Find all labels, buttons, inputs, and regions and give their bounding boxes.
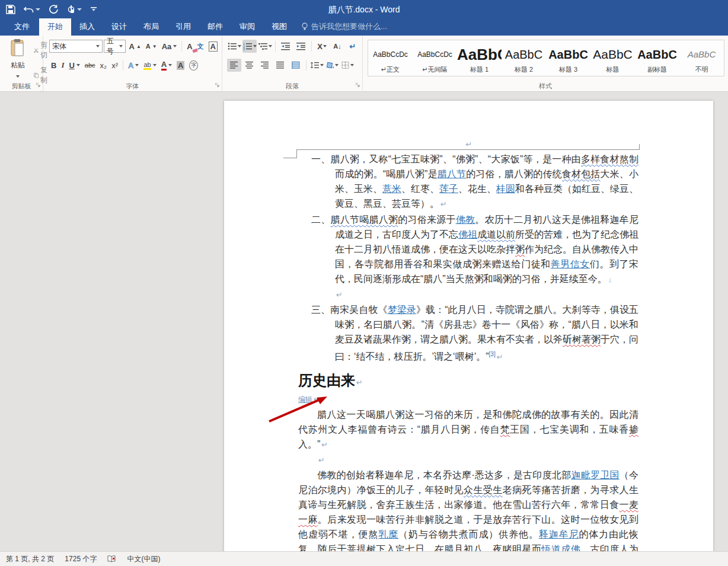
style-item-标题 3[interactable]: AaBbC标题 3 bbox=[546, 40, 590, 76]
hyperlink[interactable]: 乳糜 bbox=[378, 529, 398, 539]
align-right-button[interactable] bbox=[258, 59, 272, 72]
paste-button[interactable]: 粘贴 bbox=[5, 39, 31, 81]
proofing-status[interactable] bbox=[107, 555, 116, 562]
document-page[interactable]: ↵ 一、腊八粥，又称“七宝五味粥”、“佛粥”、“大家饭”等，是一种由多样食材熬制… bbox=[224, 101, 713, 551]
italic-button[interactable]: I bbox=[59, 59, 66, 71]
shrink-font-button[interactable]: A▼ bbox=[144, 41, 159, 51]
document-text[interactable]: ↵ 一、腊八粥，又称“七宝五味粥”、“佛粥”、“大家饭”等，是一种由多样食材熬制… bbox=[298, 136, 638, 551]
font-color-button[interactable]: A bbox=[159, 59, 174, 72]
subscript-button[interactable]: x₂ bbox=[98, 60, 109, 71]
tab-审阅[interactable]: 审阅 bbox=[231, 18, 263, 36]
tab-设计[interactable]: 设计 bbox=[103, 18, 135, 36]
align-left-button[interactable] bbox=[227, 59, 241, 72]
hyperlink[interactable]: 佛教 bbox=[456, 215, 475, 225]
style-item-标题 2[interactable]: AaBbC标题 2 bbox=[502, 40, 546, 76]
hyperlink[interactable]: 莲子 bbox=[439, 184, 458, 194]
justify-button[interactable] bbox=[273, 59, 288, 72]
hyperlink[interactable]: 释迦牟尼 bbox=[539, 529, 579, 539]
tab-布局[interactable]: 布局 bbox=[135, 18, 167, 36]
character-shading-button[interactable]: A bbox=[175, 60, 186, 71]
underline-button[interactable]: U bbox=[67, 60, 81, 71]
styles-gallery: AaBbCcDc↵正文AaBbCcDc↵无间隔AaBbC标题 1AaBbC标题 … bbox=[368, 40, 724, 76]
clear-formatting-button[interactable]: A bbox=[185, 41, 194, 52]
bullets-button[interactable] bbox=[227, 40, 241, 53]
text-run: 的习俗来源于 bbox=[398, 215, 455, 225]
distribute-button[interactable] bbox=[289, 59, 303, 72]
hyperlink[interactable]: 迦毗罗卫国 bbox=[571, 470, 619, 480]
superscript-button[interactable]: x² bbox=[110, 60, 120, 71]
scissors-icon bbox=[34, 47, 39, 54]
style-item-标题 1[interactable]: AaBbC标题 1 bbox=[457, 40, 502, 76]
character-border-button[interactable]: A bbox=[207, 40, 219, 53]
hyperlink[interactable]: 薏米 bbox=[382, 184, 401, 194]
style-item-不明[interactable]: AaBbC不明 bbox=[679, 40, 724, 76]
hyperlink[interactable]: 悟道成佛 bbox=[541, 544, 580, 551]
font-name-combobox[interactable]: 宋体 bbox=[49, 40, 103, 53]
style-preview: AaBbC bbox=[635, 45, 679, 64]
sort-button[interactable]: A↓ bbox=[330, 40, 344, 53]
doc-paragraph: ↵ bbox=[298, 452, 638, 467]
style-item-正文[interactable]: AaBbCcDc↵正文 bbox=[368, 40, 413, 76]
page-info-text: 第 1 页, 共 2 页 bbox=[6, 554, 54, 564]
style-preview: AaBbC bbox=[457, 45, 502, 64]
grow-font-button[interactable]: A▲ bbox=[127, 41, 142, 52]
enclose-characters-button[interactable]: 字 bbox=[187, 59, 200, 72]
style-item-副标题[interactable]: AaBbC副标题 bbox=[635, 40, 679, 76]
redo-button[interactable] bbox=[49, 5, 58, 14]
paragraph-dialog-launcher[interactable] bbox=[356, 79, 360, 90]
borders-button[interactable] bbox=[340, 59, 355, 72]
paste-dropdown-caret[interactable] bbox=[16, 75, 20, 78]
page-number-status[interactable]: 第 1 页, 共 2 页 bbox=[6, 554, 54, 564]
style-item-无间隔[interactable]: AaBbCcDc↵无间隔 bbox=[413, 40, 457, 76]
save-icon[interactable] bbox=[6, 5, 15, 14]
proofing-book-icon bbox=[107, 555, 116, 562]
tab-引用[interactable]: 引用 bbox=[167, 18, 199, 36]
doc-paragraph: ↵ bbox=[298, 287, 638, 302]
shading-button[interactable] bbox=[325, 59, 339, 72]
customize-qat-button[interactable] bbox=[90, 6, 97, 13]
tab-插入[interactable]: 插入 bbox=[71, 18, 103, 36]
multilevel-list-button[interactable] bbox=[258, 40, 272, 53]
line-spacing-button[interactable] bbox=[309, 59, 324, 72]
doc-paragraph: 二、腊八节喝腊八粥的习俗来源于佛教。农历十二月初八这天是佛祖释迦牟尼成道之日，古… bbox=[298, 212, 638, 287]
text-effects-button[interactable]: A bbox=[126, 60, 141, 71]
word-count-text: 1725 个字 bbox=[65, 554, 97, 564]
tab-邮件[interactable]: 邮件 bbox=[199, 18, 231, 36]
bold-button[interactable]: B bbox=[49, 60, 58, 71]
strikethrough-button[interactable]: abc bbox=[83, 60, 97, 70]
numbering-button[interactable]: 123 bbox=[242, 40, 257, 53]
hyperlink[interactable]: 腊八节 bbox=[438, 169, 467, 179]
language-status[interactable]: 中文(中国) bbox=[127, 554, 160, 564]
increase-indent-button[interactable] bbox=[294, 40, 308, 53]
tab-文件[interactable]: 文件 bbox=[5, 18, 39, 36]
highlight-color-button[interactable]: ab bbox=[142, 60, 158, 71]
show-hide-marks-button[interactable]: ↵ bbox=[346, 40, 360, 53]
frame-left-step bbox=[283, 158, 297, 158]
language-text: 中文(中国) bbox=[127, 554, 160, 564]
style-name: 不明 bbox=[679, 65, 724, 74]
style-item-标题[interactable]: AaBbC标题 bbox=[590, 40, 635, 76]
hyperlink[interactable]: 编辑 bbox=[298, 395, 312, 404]
tab-开始[interactable]: 开始 bbox=[39, 18, 71, 36]
hyperlink[interactable]: 佛祖 bbox=[458, 229, 477, 239]
tell-me-box[interactable]: 告诉我您想要做什么... bbox=[295, 18, 393, 36]
asian-layout-button[interactable]: X bbox=[315, 40, 329, 53]
hyperlink[interactable]: 桂圆 bbox=[496, 184, 515, 194]
word-count-status[interactable]: 1725 个字 bbox=[65, 554, 97, 564]
tab-视图[interactable]: 视图 bbox=[263, 18, 295, 36]
undo-button[interactable] bbox=[24, 5, 40, 14]
text-run: （奶与谷物共煮而成）供养他。 bbox=[398, 529, 539, 539]
paragraph-mark: ↵ bbox=[496, 353, 503, 362]
align-center-button[interactable] bbox=[242, 59, 257, 72]
hyperlink[interactable]: 善男信女 bbox=[551, 259, 590, 269]
touch-mode-button[interactable] bbox=[66, 5, 82, 14]
decrease-indent-button[interactable] bbox=[279, 40, 293, 53]
text-run: 粥 bbox=[515, 244, 525, 254]
clipboard-dialog-launcher[interactable] bbox=[36, 79, 41, 90]
list-number: 一、 bbox=[311, 154, 330, 164]
text-run: 、红枣、 bbox=[401, 184, 439, 194]
font-size-combobox[interactable]: 五号 bbox=[104, 40, 126, 53]
change-case-button[interactable]: Aa bbox=[160, 41, 179, 52]
font-dialog-launcher[interactable] bbox=[215, 79, 220, 90]
hyperlink[interactable]: 梦梁录 bbox=[388, 305, 416, 315]
